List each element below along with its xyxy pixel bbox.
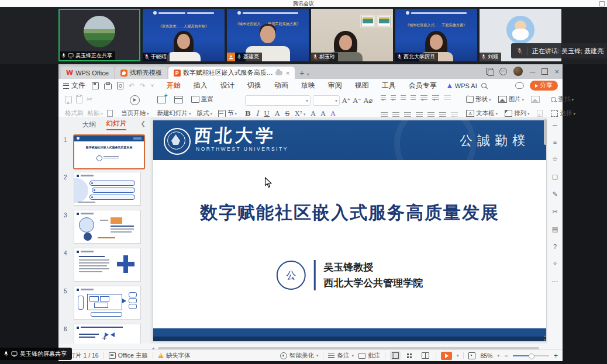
menu-tab-home[interactable]: 开始 [160, 79, 187, 92]
highlight-button[interactable]: A [321, 110, 326, 117]
tab-docer-templates[interactable]: 找稻壳模板 [115, 67, 167, 79]
slide-thumbnail-5[interactable] [74, 286, 141, 320]
print-icon[interactable] [104, 84, 112, 89]
menu-tab-transition[interactable]: 切换 [241, 79, 268, 92]
picture-button[interactable]: 图片 [498, 95, 525, 103]
bullets-icon[interactable] [381, 95, 386, 100]
globe-icon[interactable] [499, 68, 507, 75]
save-icon[interactable] [92, 82, 99, 89]
zoom-slider[interactable] [513, 355, 549, 356]
help-icon[interactable]: ? [553, 243, 557, 250]
more-icon[interactable]: ⋯ [552, 278, 558, 285]
slide-thumbnail-1[interactable]: 数字赋能社区嵌入式服务高质量发展 [73, 134, 145, 169]
increase-font-icon[interactable]: A⁺ [342, 96, 350, 105]
zoom-out-button[interactable] [504, 352, 508, 360]
undo-icon[interactable]: ↶ [129, 82, 134, 90]
paste-button[interactable]: 粘贴 [88, 109, 104, 117]
cloud-status-icon[interactable] [515, 82, 524, 89]
slide-sorter-button[interactable] [405, 351, 416, 360]
play-from-current-icon[interactable] [130, 95, 140, 105]
user-avatar[interactable] [513, 67, 523, 76]
restore-button[interactable] [542, 68, 548, 75]
play-options-chevron-icon[interactable]: ▾ [457, 353, 459, 358]
notes-button[interactable]: 备注▾ [328, 352, 354, 360]
cut-icon[interactable]: ✂ [87, 96, 92, 103]
text-direction-icon[interactable] [420, 95, 427, 100]
clear-format-icon[interactable]: A⌀ [364, 96, 373, 105]
comments-button[interactable]: 批注 [358, 352, 380, 360]
animation-pane-icon[interactable]: ✧ [552, 260, 557, 268]
underline-button[interactable]: U [264, 109, 270, 117]
reset-button[interactable]: 重置 [191, 95, 213, 103]
tab-outline[interactable]: 大纲 [82, 120, 96, 129]
slide-thumbnail-4[interactable] [74, 248, 141, 282]
layout-icon[interactable] [174, 96, 183, 103]
merge-icon[interactable] [444, 95, 451, 100]
textbox-button[interactable]: A文本框 [466, 109, 498, 117]
menu-tab-review[interactable]: 审阅 [322, 79, 349, 92]
text-effect-button[interactable]: A [331, 110, 336, 117]
bold-button[interactable]: B [245, 109, 251, 117]
menu-tab-tools[interactable]: 工具 [375, 79, 402, 92]
play-from-current-button[interactable]: 当页开始 [121, 109, 149, 117]
numbering-icon[interactable] [391, 95, 396, 100]
search-icon[interactable] [481, 83, 487, 88]
share-button[interactable]: 分享 [530, 81, 558, 91]
tab-document-active[interactable]: P 数字赋能社区嵌入式服务高质… × [168, 67, 295, 79]
collapse-icon[interactable]: ─ [553, 122, 557, 129]
properties-icon[interactable]: ≡ [553, 138, 557, 145]
theme-button[interactable]: Office 主题 [109, 352, 148, 360]
redo-icon[interactable]: ↷ [140, 82, 146, 90]
menu-tab-design[interactable]: 设计 [214, 79, 241, 92]
italic-button[interactable]: I [256, 109, 259, 117]
media-pane-icon[interactable]: ▤ [552, 226, 558, 233]
slide-thumbnail-2[interactable] [74, 172, 141, 206]
increase-indent-icon[interactable] [411, 95, 416, 100]
menu-tab-member[interactable]: 会员专享 [402, 79, 443, 92]
slide-master-icon[interactable] [537, 110, 543, 117]
slide-canvas[interactable]: 西北大学 NORTHWEST UNIVERSITY 公誠勤樸 数字赋能社区嵌入式… [150, 117, 547, 344]
decrease-indent-icon[interactable] [401, 95, 406, 100]
format-painter-button[interactable]: 格式刷 [65, 109, 84, 117]
font-color-button[interactable]: A [311, 110, 316, 117]
participant-tile-niejianliang[interactable]: 《城市社区嵌入……建设工程实施方案》 聂建亮 [227, 9, 309, 61]
menu-tab-view[interactable]: 视图 [349, 79, 375, 92]
menu-tab-animation[interactable]: 动画 [268, 79, 295, 92]
cloud-sync-icon[interactable] [275, 71, 282, 75]
normal-view-button[interactable] [390, 351, 401, 360]
line-spacing-icon[interactable] [432, 95, 439, 100]
strikethrough-button[interactable]: S [285, 109, 289, 117]
screen-share-pill[interactable]: 吴玉锋的屏幕共享 [0, 348, 72, 360]
zoom-slider-knob[interactable] [529, 353, 534, 359]
layout-button[interactable]: 版式 [197, 109, 213, 117]
zoom-chevron-icon[interactable]: ▾ [497, 353, 499, 358]
shapes-button[interactable]: 形状 [466, 95, 491, 103]
fit-slide-icon[interactable] [468, 352, 475, 359]
menu-tab-insert[interactable]: 插入 [187, 79, 214, 92]
duplicate-icon[interactable]: ▢ [552, 173, 558, 181]
panel-collapse-icon[interactable]: ❮ [141, 120, 146, 127]
workspace-icon[interactable] [486, 68, 493, 75]
slide[interactable]: 西北大学 NORTHWEST UNIVERSITY 公誠勤樸 数字赋能社区嵌入式… [153, 120, 546, 341]
slideshow-play-button[interactable] [441, 352, 452, 360]
font-size-select[interactable]: ▾ [313, 95, 340, 106]
favorites-icon[interactable]: ☆ [552, 155, 558, 163]
new-slide-icon[interactable] [157, 96, 166, 103]
font-family-select[interactable]: ▾ [245, 95, 311, 106]
wps-ai-entry[interactable]: WPS AI [447, 82, 477, 89]
decrease-font-icon[interactable]: A⁻ [353, 96, 361, 105]
new-tab-button[interactable]: + [299, 68, 304, 78]
arrange-button[interactable]: 排列 [505, 109, 530, 117]
tab-slides[interactable]: 幻灯片 [106, 119, 127, 130]
topbar-window-icon[interactable] [599, 1, 605, 6]
smart-beautify-button[interactable]: 智能美化▾ [280, 352, 319, 360]
slide-thumbnail-3[interactable] [74, 210, 141, 244]
close-button[interactable] [554, 67, 559, 76]
file-menu[interactable]: 文件 [63, 81, 85, 91]
participant-tile-lidan[interactable]: 《城市社区嵌入式……工程实施方案》 西北大学厉旦 [395, 9, 477, 61]
select-button[interactable]: 选择 [551, 109, 576, 117]
zoom-in-button[interactable] [554, 352, 558, 360]
minimize-button[interactable] [529, 68, 535, 75]
character-shading-button[interactable]: A [275, 109, 280, 117]
missing-font-warning[interactable]: 缺失字体 [158, 352, 191, 360]
